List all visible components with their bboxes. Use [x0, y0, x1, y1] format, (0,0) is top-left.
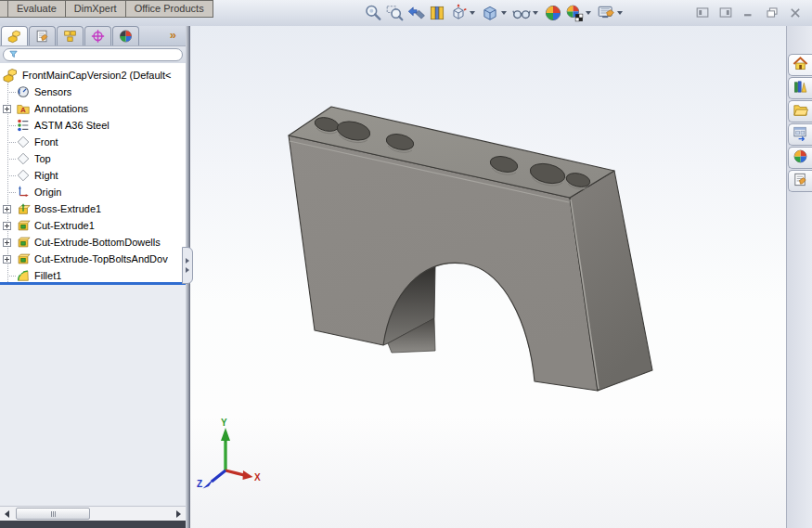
boss-extrude-icon: [16, 201, 31, 216]
command-tab-office-products[interactable]: Office Products: [126, 0, 213, 18]
display-style-icon: [481, 4, 499, 22]
tree-horizontal-scrollbar[interactable]: [0, 506, 186, 521]
expand-plus-icon[interactable]: [3, 255, 11, 264]
apply-scene-button[interactable]: [565, 4, 594, 22]
view-settings-dropdown-arrow-icon[interactable]: [617, 11, 623, 15]
panel-tab-displaymanager[interactable]: [112, 26, 139, 45]
previous-view-button[interactable]: [406, 4, 425, 22]
tree-connector-stub: [7, 125, 16, 126]
zoom-fit-button[interactable]: [364, 4, 382, 22]
thumb-grip: [51, 511, 52, 517]
scrollbar-thumb[interactable]: [16, 508, 90, 520]
pane-left-button[interactable]: [695, 6, 710, 19]
display-style-dropdown-arrow-icon[interactable]: [501, 11, 507, 15]
tree-connector-stub: [7, 92, 16, 93]
view-settings-button[interactable]: [597, 4, 625, 22]
command-tab-strip: EvaluateDimXpertOffice Products: [0, 0, 213, 18]
apply-scene-dropdown-arrow-icon[interactable]: [586, 11, 591, 15]
task-pane-tab-appearances-scenes[interactable]: [788, 147, 812, 169]
reference-triad: Y X Z: [197, 418, 261, 489]
apply-scene-icon: [565, 4, 584, 22]
view-palette-icon: [793, 125, 808, 145]
restore-button[interactable]: [765, 6, 780, 19]
origin-icon: [16, 185, 31, 200]
tree-connector-stub: [7, 192, 16, 193]
task-pane-tab-custom-properties[interactable]: [788, 170, 812, 192]
tree-connector-stub: [7, 142, 16, 143]
panel-tab-configurationmanager[interactable]: [57, 26, 84, 45]
view-orientation-button[interactable]: [449, 4, 478, 22]
pane-right-button[interactable]: [718, 6, 733, 19]
tree-item-right[interactable]: Right: [0, 167, 186, 184]
expand-plus-icon[interactable]: [3, 222, 11, 230]
appearances-scenes-icon: [793, 148, 808, 168]
tree-item-label: ASTM A36 Steel: [34, 120, 110, 131]
tree-item-label: Sensors: [34, 86, 71, 97]
expand-plus-icon[interactable]: [3, 238, 11, 247]
tree-item-cut-extrude-bottomdowells[interactable]: Cut-Extrude-BottomDowells: [0, 234, 186, 251]
tree-item-label: Top: [34, 153, 51, 164]
tree-filter-input[interactable]: [3, 48, 183, 61]
window-controls: [695, 6, 803, 19]
filter-funnel-icon: [8, 46, 19, 63]
tree-item-annotations[interactable]: AAnnotations: [0, 100, 186, 117]
view-settings-icon: [597, 4, 615, 22]
tree-connector-stub: [7, 276, 16, 277]
minimize-button[interactable]: [741, 6, 756, 19]
scroll-left-button[interactable]: [1, 509, 13, 520]
task-pane-tab-home[interactable]: [788, 54, 812, 76]
panel-tab-propertymanager[interactable]: [29, 26, 56, 45]
tree-item-origin[interactable]: Origin: [0, 184, 186, 200]
edit-appearance-button[interactable]: [544, 4, 562, 22]
tree-item-boss-extrude1[interactable]: Boss-Extrude1: [0, 200, 186, 217]
panel-flyout-handle[interactable]: [182, 247, 193, 284]
cut-extrude-icon: [16, 251, 31, 266]
command-tab-dimxpert[interactable]: DimXpert: [66, 0, 126, 18]
tree-item-top[interactable]: Top: [0, 150, 186, 167]
scroll-right-button[interactable]: [173, 509, 185, 520]
tree-item-astm-a36-steel[interactable]: ASTM A36 Steel: [0, 117, 186, 134]
flyout-arrow-icon: [186, 258, 189, 264]
panel-bottom-strip: [0, 521, 186, 528]
plane-icon: [16, 151, 31, 166]
hide-show-items-dropdown-arrow-icon[interactable]: [533, 11, 538, 15]
task-pane-tab-file-explorer[interactable]: [788, 100, 812, 122]
tree-item-front[interactable]: Front: [0, 134, 186, 150]
feature-tree: FrontMainCapVersion2 (Default<SensorsAAn…: [0, 63, 186, 285]
design-library-icon: [793, 79, 808, 98]
zoom-area-icon: [385, 4, 404, 22]
edit-appearance-icon: [544, 4, 562, 22]
custom-properties-icon: [793, 172, 808, 191]
home-icon: [793, 56, 808, 75]
graphics-area[interactable]: Y X Z: [190, 26, 786, 528]
task-pane-tab-strip: [786, 26, 812, 528]
panel-tab-dimxpertmanager[interactable]: [84, 26, 111, 45]
tree-item-label: Boss-Extrude1: [34, 203, 101, 214]
task-pane-tab-view-palette[interactable]: [788, 123, 812, 146]
scroll-right-arrow-icon: [176, 510, 181, 518]
tree-item-sensors[interactable]: Sensors: [0, 84, 186, 100]
tree-item-cut-extrude-topboltsanddov[interactable]: Cut-Extrude-TopBoltsAndDov: [0, 251, 186, 267]
zoom-area-button[interactable]: [385, 4, 404, 22]
tree-item-cut-extrude1[interactable]: Cut-Extrude1: [0, 217, 186, 234]
tree-item-frontmaincapversion2-default[interactable]: FrontMainCapVersion2 (Default<: [0, 67, 186, 84]
command-tab-partial[interactable]: [0, 0, 8, 18]
hide-show-items-button[interactable]: [512, 4, 541, 22]
display-style-button[interactable]: [481, 4, 509, 22]
thumb-grip: [53, 511, 54, 517]
command-tab-evaluate[interactable]: Evaluate: [8, 0, 66, 18]
tree-connector-stub: [7, 175, 16, 176]
filter-bar: [0, 46, 186, 63]
panel-tab-featuremanager[interactable]: [1, 26, 28, 45]
expand-plus-icon[interactable]: [3, 105, 11, 113]
tree-item-label: Annotations: [34, 103, 88, 114]
plane-icon: [16, 168, 31, 183]
close-button[interactable]: [788, 6, 803, 19]
panel-overflow-chevron-icon[interactable]: »: [170, 29, 176, 41]
material-icon: [16, 118, 31, 133]
view-orientation-dropdown-arrow-icon[interactable]: [470, 11, 475, 15]
expand-plus-icon[interactable]: [3, 205, 11, 213]
model-canvas[interactable]: Y X Z: [190, 26, 786, 528]
task-pane-tab-design-library[interactable]: [788, 77, 812, 99]
section-view-button[interactable]: [428, 4, 446, 22]
